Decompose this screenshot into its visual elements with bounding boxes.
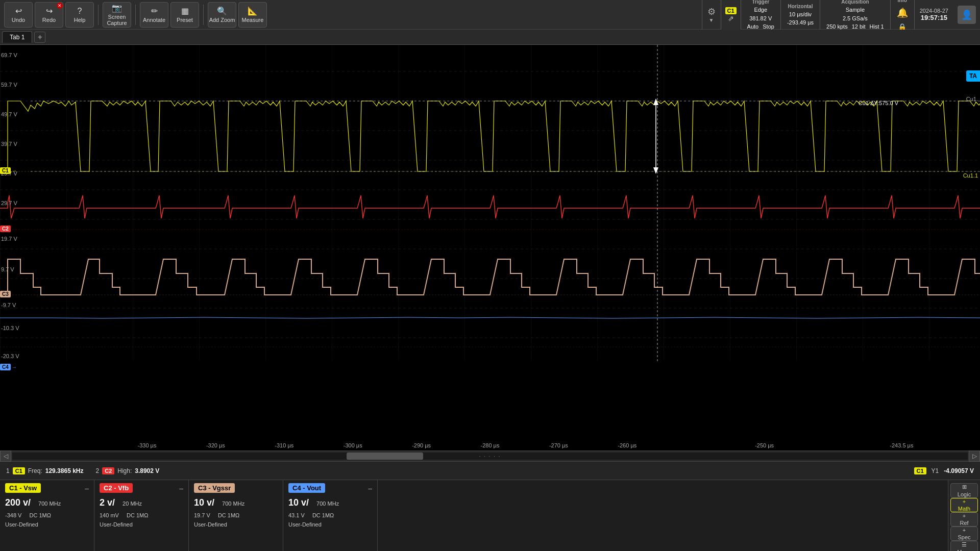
meas1-ch: C1 xyxy=(13,467,25,474)
c1-indicator[interactable]: C1 → xyxy=(0,167,17,174)
y-label-10: -10.3 V xyxy=(1,325,19,331)
c2-bw: 20 MHz xyxy=(122,500,142,507)
menu-button[interactable]: ☰ Menu xyxy=(950,541,978,551)
scrollbar-thumb[interactable] xyxy=(347,453,423,460)
measure-button[interactable]: 📐 Measure xyxy=(238,2,267,28)
c1-name-badge[interactable]: C1 - Vsw xyxy=(5,483,41,493)
tab-1[interactable]: Tab 1 xyxy=(2,31,32,43)
c4-name-badge[interactable]: C4 - Vout xyxy=(288,483,325,493)
c4-params: 10 v/ 700 MHz 43.1 V DC 1MΩ User-Defined xyxy=(288,495,372,530)
c4-card: C4 - Vout – 10 v/ 700 MHz 43.1 V DC 1MΩ … xyxy=(283,480,378,551)
ref-button[interactable]: + Ref xyxy=(950,512,978,527)
c4-indicator[interactable]: C4 → xyxy=(0,364,17,370)
c3-card: C3 - Vgssr 10 v/ 700 MHz 19.7 V DC 1MΩ U… xyxy=(189,480,283,551)
meas2-type: High: xyxy=(117,467,132,474)
y1-readout: C1 Y1 -4.09057 V xyxy=(914,467,974,474)
c4-minus-button[interactable]: – xyxy=(368,484,372,492)
y-label-8: 9.7 V xyxy=(1,266,14,272)
info-title: Info xyxy=(898,0,907,4)
ch-strip-spacer xyxy=(378,480,948,551)
c4-volt-div: 10 v/ xyxy=(288,497,309,508)
redo-button[interactable]: ↪ Redo ✕ xyxy=(35,2,63,28)
trigger-c1-badge: C1 xyxy=(725,7,737,14)
logic-label: Logic xyxy=(958,491,971,497)
c3-bw: 700 MHz xyxy=(222,500,244,507)
horizontal-title: Horizontal xyxy=(788,3,813,10)
time-label-6: -280 µs xyxy=(481,442,500,448)
scroll-center-dots: · · · · · xyxy=(479,454,501,459)
c2-minus-button[interactable]: – xyxy=(179,484,183,492)
separator2 xyxy=(135,5,136,25)
time-label-4: -300 µs xyxy=(344,442,362,448)
c3-indicator[interactable]: C3 xyxy=(0,291,11,297)
c2-indicator[interactable]: C2 xyxy=(0,226,11,232)
annotate-button[interactable]: ✏ Annotate xyxy=(140,2,168,28)
bottom-area: 1 C1 Freq: 129.3865 kHz 2 C2 High: 3.890… xyxy=(0,462,980,551)
acquisition-mode: Sample xyxy=(846,6,865,14)
trigger-title: Trigger xyxy=(752,0,769,6)
c4-bw: 700 MHz xyxy=(316,500,339,507)
c1-badge: C1 xyxy=(0,167,11,174)
toolbar: ↩ Undo ↪ Redo ✕ ? Help 📷 Screen Capture … xyxy=(0,0,980,30)
c2-name-badge[interactable]: C2 - Vfb xyxy=(100,483,133,493)
scroll-right-button[interactable]: ▷ xyxy=(969,450,980,462)
spec-button[interactable]: + Spec xyxy=(950,527,978,541)
c3-params: 10 v/ 700 MHz 19.7 V DC 1MΩ User-Defined xyxy=(194,495,278,530)
info-panel[interactable]: Info 🔔 🔒 xyxy=(890,0,914,30)
undo-icon: ↩ xyxy=(15,6,22,16)
date-display: 2024-08-27 xyxy=(920,8,948,14)
time-label-7: -270 µs xyxy=(549,442,568,448)
cu1-right-label: Cu1. xyxy=(966,96,978,102)
undo-button[interactable]: ↩ Undo xyxy=(4,2,33,28)
meas1-type: Freq: xyxy=(28,467,42,474)
ref-label: Ref xyxy=(960,520,968,526)
y1-label: Y1 xyxy=(932,467,939,474)
trigger-channel-indicator: C1 ⇗ xyxy=(721,0,741,30)
time-label-2: -320 µs xyxy=(206,442,225,448)
trigger-edge-icon: ⇗ xyxy=(728,14,734,22)
c2-card: C2 - Vfb – 2 v/ 20 MHz 140 mV DC 1MΩ Use… xyxy=(94,480,189,551)
c3-defined: User-Defined xyxy=(194,520,278,530)
ref-icon: + xyxy=(963,513,966,519)
add-zoom-button[interactable]: 🔍 Add Zoom xyxy=(208,2,236,28)
grid-svg xyxy=(0,45,980,450)
meas2-value: 3.8902 V xyxy=(135,467,159,474)
redo-badge: ✕ xyxy=(57,3,63,9)
separator xyxy=(98,5,99,25)
trigger-panel[interactable]: Trigger Edge 381.82 V Auto Stop xyxy=(741,0,780,30)
c4-defined: User-Defined xyxy=(288,520,372,530)
scrollbar-track[interactable]: · · · · · xyxy=(12,453,968,460)
add-tab-button[interactable]: + xyxy=(34,32,45,43)
c2-offset: 140 mV xyxy=(100,512,119,518)
math-button[interactable]: + Math xyxy=(950,498,978,512)
time-label-8: -260 µs xyxy=(618,442,636,448)
preset-icon: ▦ xyxy=(181,6,189,16)
logic-icon: ⊞ xyxy=(962,484,967,490)
screen-capture-label: Screen Capture xyxy=(107,14,127,26)
meas2-num: 2 xyxy=(96,467,100,474)
horizontal-panel[interactable]: Horizontal 10 µs/div -293.49 µs xyxy=(780,0,820,30)
ta-badge[interactable]: TA xyxy=(966,70,980,82)
c1-bw: 700 MHz xyxy=(38,500,61,507)
acquisition-panel[interactable]: Acquisition Sample 2.5 GSa/s 250 kpts 12… xyxy=(820,0,890,30)
help-button[interactable]: ? Help xyxy=(65,2,94,28)
preset-button[interactable]: ▦ Preset xyxy=(170,2,199,28)
user-avatar[interactable]: 👤 xyxy=(958,6,976,24)
logic-button[interactable]: ⊞ Logic xyxy=(950,483,978,498)
zoom-icon: 🔍 xyxy=(217,6,227,16)
horizontal-time-div: 10 µs/div xyxy=(789,10,812,19)
y1-ch-badge: C1 xyxy=(914,467,926,474)
c1-minus-button[interactable]: – xyxy=(85,484,89,492)
c1-offset: -348 V xyxy=(5,512,21,518)
y-label-1: 69.7 V xyxy=(1,52,17,58)
screen-capture-button[interactable]: 📷 Screen Capture xyxy=(103,2,131,28)
c3-badge: C3 xyxy=(0,291,11,297)
menu-icon: ☰ xyxy=(962,541,967,548)
y-label-11: -20.3 V xyxy=(1,353,19,359)
settings-button[interactable]: ⚙ ▼ xyxy=(702,0,721,30)
measurements-strip: 1 C1 Freq: 129.3865 kHz 2 C2 High: 3.890… xyxy=(0,462,980,480)
datetime-panel: 2024-08-27 19:57:15 xyxy=(914,0,953,30)
c3-name-badge[interactable]: C3 - Vgssr xyxy=(194,483,235,493)
scroll-left-button[interactable]: ◁ xyxy=(0,450,11,462)
scope-canvas[interactable]: 69.7 V 59.7 V 49.7 V 39.7 V 29.7 V 29.7 … xyxy=(0,45,980,450)
